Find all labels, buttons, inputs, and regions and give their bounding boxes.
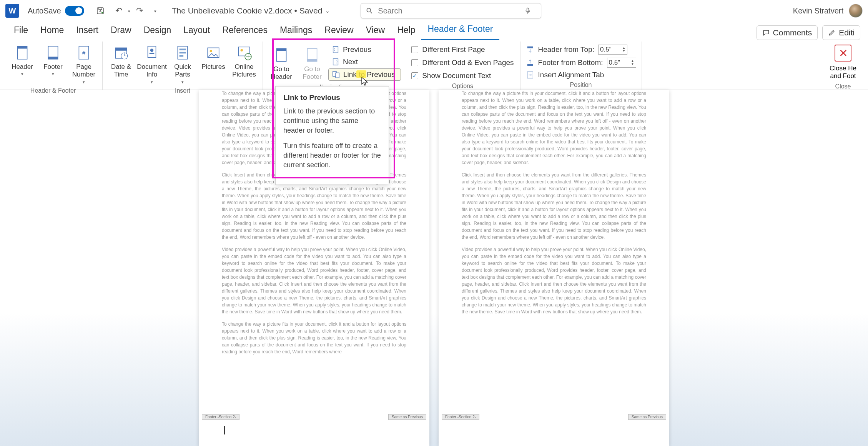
ribbon-tabs: File Home Insert Draw Design Layout Refe… [0,22,868,40]
next-button[interactable]: Next [328,56,401,68]
svg-text:#: # [82,50,86,56]
tab-review[interactable]: Review [318,22,359,40]
filename-dropdown-icon[interactable]: ⌄ [325,8,330,14]
user-name[interactable]: Kevin Stratvert [793,7,843,15]
editing-mode-button[interactable]: Editi [822,25,860,40]
date-time-button[interactable]: Date & Time [106,42,136,80]
undo-icon[interactable]: ↶ [113,5,124,16]
tab-mailings[interactable]: Mailings [274,22,318,40]
chevron-down-icon: ▾ [151,80,153,85]
footer-indicator-row: Footer -Section 2- Same as Previous [199,414,429,420]
search-bar[interactable] [361,3,541,18]
same-as-previous-tag[interactable]: Same as Previous [388,414,426,420]
spinner-icon[interactable]: ▲▼ [622,47,625,53]
search-input[interactable] [378,7,524,15]
group-insert: Date & Time Document Info▾ Quick Parts▾ … [103,42,263,90]
pictures-button[interactable]: Pictures [199,42,228,72]
tooltip-body: Turn this feature off to create a differ… [283,141,381,170]
group-label: Header & Footer [30,86,76,95]
link-to-previous-button[interactable]: Link to Previous [328,68,401,81]
tab-header-footer[interactable]: Header & Footer [421,21,499,40]
autosave-toggle[interactable] [65,6,84,16]
different-first-page-checkbox[interactable]: Different First Page [409,44,516,55]
svg-rect-36 [527,47,533,48]
pencil-icon [828,29,836,37]
body-text: Video provides a powerful way to help yo… [222,246,406,315]
goto-header-button[interactable]: Go to Header [267,44,296,83]
document-filename[interactable]: The Unbelievable Cookie v2.docx [172,6,292,15]
header-button[interactable]: Header▾ [8,42,37,78]
goto-footer-button[interactable]: Go to Footer [298,44,327,83]
same-as-previous-tag[interactable]: Same as Previous [628,414,666,420]
tooltip-title: Link to Previous [283,93,381,102]
svg-rect-31 [307,59,317,62]
different-odd-even-checkbox[interactable]: Different Odd & Even Pages [409,57,516,68]
document-page[interactable]: To change the way a picture fits in your… [439,90,669,446]
tab-references[interactable]: References [216,22,274,40]
footer-from-bottom-input[interactable]: 0.5" ▲▼ [607,58,636,68]
body-text: Video provides a powerful way to help yo… [462,246,646,315]
group-label: Close [835,82,851,91]
save-icon[interactable] [95,5,106,16]
svg-point-24 [210,50,212,52]
tab-home[interactable]: Home [34,22,70,40]
group-label: Position [570,80,592,90]
svg-line-3 [371,12,372,13]
group-label: Insert [175,86,190,95]
svg-point-26 [241,49,243,52]
autosave-label: AutoSave [28,7,61,15]
tooltip-body: Link to the previous section to continue… [283,107,381,136]
footer-section-tag[interactable]: Footer -Section 2- [442,414,479,420]
svg-point-17 [150,49,153,52]
online-pictures-button[interactable]: Online Pictures [229,42,259,80]
titlebar: W AutoSave ↶ ▾ ↷ ▾ The Unbelievable Cook… [0,0,868,22]
body-text: To change the way a picture fits in your… [222,321,406,355]
tab-layout[interactable]: Layout [177,22,216,40]
header-top-icon [526,45,534,54]
body-text: To change the way a picture fits in your… [462,90,646,166]
avatar[interactable] [849,4,863,18]
chevron-down-icon: ▾ [52,72,54,77]
document-info-button[interactable]: Document Info▾ [137,42,166,86]
footer-section-tag[interactable]: Footer -Section 2- [202,414,239,420]
microphone-icon[interactable] [524,7,532,15]
tab-design[interactable]: Design [138,22,178,40]
close-header-footer-button[interactable]: ✕ Close Heand Foot [826,42,860,82]
tab-help[interactable]: Help [391,22,421,40]
chevron-down-icon: ▾ [21,72,23,77]
footer-indicator-row: Footer -Section 2- Same as Previous [439,414,669,420]
qat-customize-icon[interactable]: ▾ [154,9,156,14]
checkmark-icon: ✓ [411,72,418,79]
svg-rect-18 [150,53,155,54]
svg-rect-4 [527,8,529,12]
header-from-top-input[interactable]: 0.5" ▲▼ [598,45,627,55]
tab-draw[interactable]: Draw [105,22,138,40]
svg-rect-22 [180,55,184,57]
show-document-text-checkbox[interactable]: ✓Show Document Text [409,70,516,82]
spinner-icon[interactable]: ▲▼ [631,60,634,66]
document-area: To change the way a picture fits in your… [0,90,868,446]
alignment-tab-icon [526,71,534,79]
svg-rect-35 [336,73,339,78]
comments-button[interactable]: Comments [757,25,818,40]
group-close: ✕ Close Heand Foot Close [822,42,864,90]
close-icon: ✕ [835,45,851,62]
redo-icon[interactable]: ↷ [134,5,145,16]
header-from-top-row: Header from Top: 0.5" ▲▼ [524,44,638,55]
svg-rect-8 [48,57,58,59]
svg-point-1 [101,12,103,13]
body-text: Click Insert and then choose the element… [462,171,646,241]
tab-insert[interactable]: Insert [70,22,105,40]
quick-parts-button[interactable]: Quick Parts▾ [168,42,197,86]
footer-button[interactable]: Footer▾ [38,42,68,78]
group-position: Header from Top: 0.5" ▲▼ Footer from Bot… [520,42,642,90]
save-status: • Saved [294,6,323,15]
tab-view[interactable]: View [360,22,391,40]
footer-from-bottom-row: Footer from Bottom: 0.5" ▲▼ [524,57,638,68]
insert-alignment-tab-button[interactable]: Insert Alignment Tab [524,70,638,80]
undo-dropdown-icon[interactable]: ▾ [128,9,130,14]
previous-button[interactable]: Previous [328,44,401,55]
tab-file[interactable]: File [8,22,34,40]
group-label: Options [452,82,473,91]
page-number-button[interactable]: # Page Number▾ [69,42,98,86]
